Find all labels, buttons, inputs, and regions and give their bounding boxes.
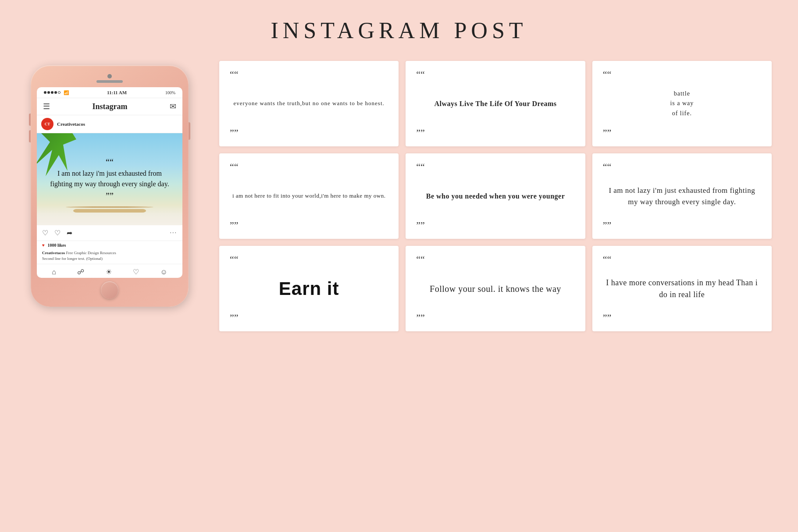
share-icon[interactable]: ➦ xyxy=(67,229,72,237)
card-2-text: Always Live The Life Of Your Dreams xyxy=(416,79,574,128)
profile-name: Creativetacos xyxy=(57,121,85,127)
card-2-content: Always Live The Life Of Your Dreams xyxy=(434,98,556,110)
card-1-open-quote: ““ xyxy=(230,70,388,79)
quote-card-9: ““ I have more conversations in my head … xyxy=(592,246,772,331)
card-7-text: Earn it xyxy=(230,264,388,313)
card-3-text: battle is a way of life. xyxy=(603,79,761,128)
phone-speaker xyxy=(96,80,123,83)
caption-text: Free Graphic Design Resources xyxy=(66,251,116,255)
card-8-open-quote: ““ xyxy=(416,255,574,264)
phone-notch xyxy=(37,71,182,87)
signal-dot-1 xyxy=(44,91,46,94)
instagram-logo: Instagram xyxy=(93,102,128,111)
card-6-open-quote: ““ xyxy=(603,162,761,172)
cards-grid: ““ everyone wants the truth,but no one w… xyxy=(219,61,772,331)
quote-card-5: ““ Be who you needed when you were young… xyxy=(406,153,585,239)
phone-mockup: 📶 11:11 AM 100% ☰ Instagram ✉ CT C xyxy=(31,65,189,307)
page-title: INSTAGRAM POST xyxy=(26,18,772,43)
post-quote-overlay: ““ I am not lazy i'm just exhausted from… xyxy=(37,149,182,210)
post-caption: Creativetacos Free Graphic Design Resour… xyxy=(37,249,182,264)
card-5-content: Be who you needed when you were younger xyxy=(426,190,565,202)
card-6-close-quote: ”” xyxy=(603,220,761,230)
inbox-icon: ✉ xyxy=(170,102,176,111)
card-9-content: I have more conversations in my head Tha… xyxy=(605,277,759,301)
signal-dots: 📶 xyxy=(44,90,69,95)
home-nav-icon[interactable]: ⌂ xyxy=(52,268,56,276)
card-8-close-quote: ”” xyxy=(416,313,574,323)
quote-card-7: ““ Earn it ”” xyxy=(219,246,399,331)
card-1-content: everyone wants the truth,but no one want… xyxy=(234,99,385,108)
post-image: ““ I am not lazy i'm just exhausted from… xyxy=(37,133,182,225)
card-4-text: i am not here to fit into your world,i'm… xyxy=(230,172,388,220)
card-3-open-quote: ““ xyxy=(603,70,761,79)
card-2-open-quote: ““ xyxy=(416,70,574,79)
post-open-quote: ““ xyxy=(46,158,174,167)
heart-filled-icon: ♥ xyxy=(42,243,45,248)
post-actions: ♡ ♡ ➦ ··· xyxy=(37,225,182,241)
phone-home-button[interactable] xyxy=(101,281,118,299)
phone-power-button xyxy=(189,122,190,140)
card-2-close-quote: ”” xyxy=(416,128,574,138)
comment-icon[interactable]: ♡ xyxy=(54,229,61,237)
signal-dot-3 xyxy=(51,91,53,94)
signal-dot-5 xyxy=(58,91,61,94)
quote-card-4: ““ i am not here to fit into your world,… xyxy=(219,153,399,239)
post-quote-text: I am not lazy i'm just exhausted from fi… xyxy=(46,168,174,189)
card-8-text: Follow your soul. it knows the way xyxy=(416,264,574,313)
card-6-text: I am not lazy i'm just exhausted from fi… xyxy=(603,172,761,220)
phone-volume-up-button xyxy=(29,113,31,126)
card-9-open-quote: ““ xyxy=(603,255,761,264)
instagram-nav: ☰ Instagram ✉ xyxy=(37,98,182,115)
quote-card-3: ““ battle is a way of life. ”” xyxy=(592,61,772,146)
card-5-text: Be who you needed when you were younger xyxy=(416,172,574,220)
avatar: CT xyxy=(41,118,53,130)
phone: 📶 11:11 AM 100% ☰ Instagram ✉ CT C xyxy=(31,65,189,307)
quote-card-8: ““ Follow your soul. it knows the way ”” xyxy=(406,246,585,331)
quote-card-6: ““ I am not lazy i'm just exhausted from… xyxy=(592,153,772,239)
caption-line2: Second line for longer text. (Optional) xyxy=(42,256,103,261)
card-3-close-quote: ”” xyxy=(603,128,761,138)
card-1-text: everyone wants the truth,but no one want… xyxy=(230,79,388,128)
phone-camera xyxy=(107,74,112,78)
card-8-content: Follow your soul. it knows the way xyxy=(430,282,561,295)
card-5-close-quote: ”” xyxy=(416,220,574,230)
phone-container: 📶 11:11 AM 100% ☰ Instagram ✉ CT C xyxy=(26,61,193,307)
status-time: 11:11 AM xyxy=(107,90,127,95)
quote-card-2: ““ Always Live The Life Of Your Dreams ”… xyxy=(406,61,585,146)
profile-nav-icon[interactable]: ☺ xyxy=(160,268,167,276)
card-4-open-quote: ““ xyxy=(230,162,388,172)
heart-icon[interactable]: ♡ xyxy=(42,229,48,237)
search-nav-icon[interactable]: ☍ xyxy=(77,268,84,276)
more-options-icon[interactable]: ··· xyxy=(170,230,178,237)
quote-card-1: ““ everyone wants the truth,but no one w… xyxy=(219,61,399,146)
bottom-nav: ⌂ ☍ ☀ ♡ ☺ xyxy=(37,264,182,278)
card-7-open-quote: ““ xyxy=(230,255,388,264)
phone-screen: 📶 11:11 AM 100% ☰ Instagram ✉ CT C xyxy=(37,87,182,278)
card-6-content: I am not lazy i'm just exhausted from fi… xyxy=(605,185,759,207)
card-3-content: battle is a way of life. xyxy=(670,89,694,118)
card-7-content: Earn it xyxy=(279,274,339,303)
card-9-text: I have more conversations in my head Tha… xyxy=(603,264,761,313)
hamburger-icon: ☰ xyxy=(43,102,50,111)
card-9-close-quote: ”” xyxy=(603,313,761,323)
camera-nav-icon[interactable]: ☀ xyxy=(106,268,112,276)
main-layout: 📶 11:11 AM 100% ☰ Instagram ✉ CT C xyxy=(26,61,772,331)
heart-nav-icon[interactable]: ♡ xyxy=(133,268,139,276)
phone-volume-down-button xyxy=(29,130,31,142)
card-4-content: i am not here to fit into your world,i'm… xyxy=(232,192,385,201)
likes-count: 1000 likes xyxy=(47,243,66,248)
signal-dot-4 xyxy=(54,91,57,94)
card-1-close-quote: ”” xyxy=(230,128,388,138)
battery-status: 100% xyxy=(165,90,175,95)
signal-dot-2 xyxy=(47,91,50,94)
card-7-close-quote: ”” xyxy=(230,313,388,323)
post-likes: ♥ 1000 likes xyxy=(37,241,182,249)
caption-username: Creativetacos xyxy=(42,251,65,255)
card-4-close-quote: ”” xyxy=(230,220,388,230)
wifi-icon: 📶 xyxy=(64,90,69,95)
card-5-open-quote: ““ xyxy=(416,162,574,172)
post-close-quote: ”” xyxy=(46,191,174,201)
status-bar: 📶 11:11 AM 100% xyxy=(37,87,182,98)
profile-row: CT Creativetacos xyxy=(37,115,182,133)
